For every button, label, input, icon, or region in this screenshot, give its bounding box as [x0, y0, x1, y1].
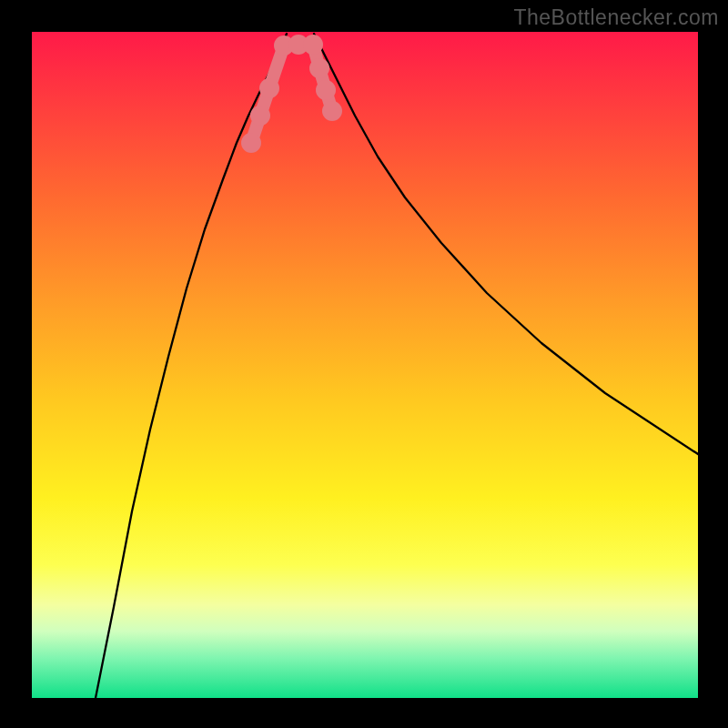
- watermark: TheBottlenecker.com: [513, 5, 719, 30]
- marker-point: [322, 101, 342, 121]
- marker-point: [316, 80, 336, 100]
- chart-canvas: TheBottlenecker.com: [0, 0, 728, 728]
- marker-point: [259, 78, 279, 98]
- marker-point: [309, 58, 329, 78]
- plot-area: [32, 32, 698, 698]
- plot-svg: [32, 32, 698, 698]
- series-right-curve: [314, 34, 698, 454]
- marker-point: [241, 133, 261, 153]
- marker-point: [303, 35, 323, 55]
- marker-point: [250, 106, 270, 126]
